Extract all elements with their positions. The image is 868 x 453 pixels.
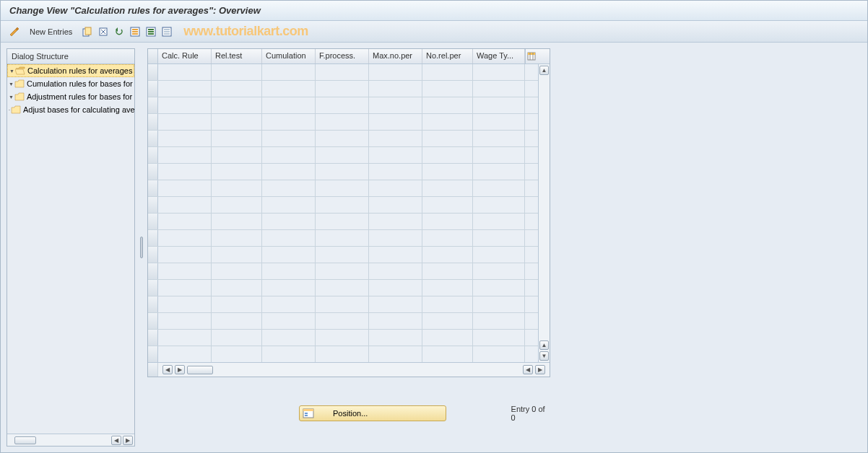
table-cell[interactable]	[369, 214, 422, 229]
table-cell[interactable]	[158, 330, 212, 346]
table-cell[interactable]	[422, 197, 473, 213]
table-cell[interactable]	[316, 147, 369, 163]
table-cell[interactable]	[422, 147, 473, 163]
table-cell[interactable]	[212, 64, 262, 80]
table-cell[interactable]	[473, 81, 525, 97]
row-selector[interactable]	[148, 164, 158, 180]
table-cell[interactable]	[158, 147, 212, 163]
table-cell[interactable]	[262, 147, 316, 163]
table-cell[interactable]	[262, 296, 316, 312]
table-cell[interactable]	[369, 131, 422, 146]
copy-icon[interactable]	[81, 25, 94, 38]
tree-item[interactable]: ▼Calculation rules for averages	[7, 64, 134, 77]
table-cell[interactable]	[422, 164, 473, 180]
scroll-right-step-icon[interactable]: ▶	[175, 365, 185, 374]
table-cell[interactable]	[158, 81, 212, 97]
table-cell[interactable]	[473, 330, 525, 346]
table-cell[interactable]	[422, 230, 473, 246]
table-cell[interactable]	[262, 81, 316, 97]
table-cell[interactable]	[473, 197, 525, 213]
table-cell[interactable]	[158, 131, 212, 146]
table-cell[interactable]	[473, 164, 525, 180]
row-selector[interactable]	[148, 313, 158, 329]
table-settings-icon[interactable]	[525, 49, 537, 63]
tree-toggle-icon[interactable]: ▼	[9, 69, 14, 74]
table-cell[interactable]	[212, 280, 262, 296]
row-selector[interactable]	[148, 81, 158, 97]
table-cell[interactable]	[422, 280, 473, 296]
scroll-up-icon[interactable]: ▲	[539, 66, 549, 75]
splitter-handle[interactable]	[139, 48, 143, 447]
table-cell[interactable]	[158, 197, 212, 213]
table-cell[interactable]	[473, 313, 525, 329]
table-cell[interactable]	[422, 247, 473, 263]
table-cell[interactable]	[262, 330, 316, 346]
table-cell[interactable]	[212, 247, 262, 263]
table-cell[interactable]	[262, 197, 316, 213]
scroll-right-icon[interactable]: ▶	[123, 436, 133, 445]
table-cell[interactable]	[473, 131, 525, 146]
tree-toggle-icon[interactable]: ·	[9, 107, 10, 113]
table-cell[interactable]	[473, 180, 525, 196]
table-cell[interactable]	[158, 64, 212, 80]
table-cell[interactable]	[212, 97, 262, 113]
table-cell[interactable]	[262, 263, 316, 279]
table-cell[interactable]	[369, 114, 422, 130]
table-cell[interactable]	[422, 214, 473, 229]
row-selector[interactable]	[148, 263, 158, 279]
column-header[interactable]: F.process.	[316, 49, 369, 63]
row-selector[interactable]	[148, 346, 158, 362]
toggle-display-change-icon[interactable]	[8, 25, 21, 38]
table-cell[interactable]	[369, 180, 422, 196]
table-cell[interactable]	[158, 263, 212, 279]
tree-item[interactable]: ▼Cumulation rules for bases for calculat…	[7, 77, 134, 90]
table-cell[interactable]	[158, 180, 212, 196]
undo-icon[interactable]	[113, 25, 126, 38]
table-cell[interactable]	[158, 296, 212, 312]
table-cell[interactable]	[158, 280, 212, 296]
table-cell[interactable]	[212, 197, 262, 213]
row-selector[interactable]	[148, 214, 158, 229]
table-cell[interactable]	[473, 346, 525, 362]
table-cell[interactable]	[158, 247, 212, 263]
table-cell[interactable]	[473, 230, 525, 246]
table-vertical-scrollbar[interactable]: ▲ ▲ ▼	[538, 64, 550, 362]
table-cell[interactable]	[473, 114, 525, 130]
row-selector-header[interactable]	[148, 49, 158, 63]
table-cell[interactable]	[158, 114, 212, 130]
position-button[interactable]: Position...	[299, 405, 446, 421]
table-cell[interactable]	[262, 97, 316, 113]
column-header[interactable]: No.rel.per	[422, 49, 473, 63]
table-cell[interactable]	[158, 346, 212, 362]
table-cell[interactable]	[316, 64, 369, 80]
table-cell[interactable]	[369, 197, 422, 213]
tree-toggle-icon[interactable]: ▼	[9, 94, 14, 100]
table-cell[interactable]	[369, 230, 422, 246]
row-selector[interactable]	[148, 114, 158, 130]
table-cell[interactable]	[262, 164, 316, 180]
table-cell[interactable]	[422, 81, 473, 97]
table-cell[interactable]	[316, 346, 369, 362]
table-cell[interactable]	[369, 346, 422, 362]
row-selector[interactable]	[148, 131, 158, 146]
table-cell[interactable]	[473, 214, 525, 229]
table-cell[interactable]	[422, 296, 473, 312]
tree-horizontal-scrollbar[interactable]: ◀ ▶	[7, 434, 134, 446]
table-cell[interactable]	[422, 313, 473, 329]
table-cell[interactable]	[316, 263, 369, 279]
column-header[interactable]: Max.no.per	[369, 49, 422, 63]
table-cell[interactable]	[473, 247, 525, 263]
scroll-left-icon[interactable]: ◀	[111, 436, 121, 445]
table-cell[interactable]	[212, 131, 262, 146]
table-cell[interactable]	[316, 81, 369, 97]
row-selector[interactable]	[148, 296, 158, 312]
table-cell[interactable]	[422, 263, 473, 279]
table-cell[interactable]	[369, 263, 422, 279]
table-cell[interactable]	[158, 313, 212, 329]
table-cell[interactable]	[316, 247, 369, 263]
column-header[interactable]: Rel.test	[212, 49, 262, 63]
select-block-icon[interactable]	[144, 25, 157, 38]
table-cell[interactable]	[422, 131, 473, 146]
table-cell[interactable]	[262, 131, 316, 146]
row-selector[interactable]	[148, 197, 158, 213]
